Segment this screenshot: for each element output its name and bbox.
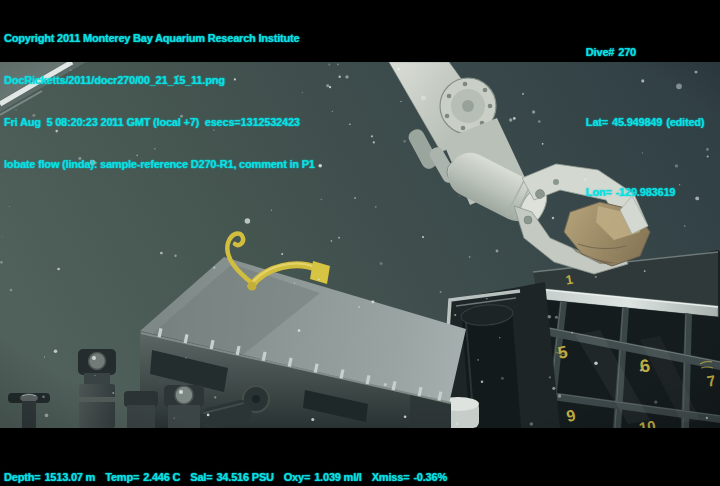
overlay-top-bar: Copyright 2011 Monterey Bay Aquarium Res…: [0, 0, 720, 62]
copyright-line: Copyright 2011 Monterey Bay Aquarium Res…: [4, 31, 315, 45]
transmissivity-reading: Xmiss=-0.36%: [372, 470, 447, 484]
rov-video-frame: 1 5 6 7 9 10: [0, 0, 720, 486]
annotation-line: lobate flow (linda): sample-reference D2…: [4, 157, 315, 171]
dive-number: Dive#270: [563, 31, 704, 73]
timestamp-line: Fri Aug 5 08:20:23 2011 GMT (local +7) e…: [4, 115, 315, 129]
oxygen-reading: Oxy=1.039 ml/l: [284, 470, 362, 484]
salinity-reading: Sal=34.516 PSU: [190, 470, 273, 484]
file-path-line: DocRicketts/2011/docr270/00_21_15_11.png: [4, 73, 315, 87]
overlay-top-right: Dive#270 Lat=45.949849(edited) Lon=-129.…: [563, 3, 704, 241]
depth-reading: Depth=1513.07 m: [4, 470, 95, 484]
longitude: Lon=-129.983619: [563, 171, 704, 213]
temperature-reading: Temp=2.446 C: [105, 470, 180, 484]
overlay-top-left: Copyright 2011 Monterey Bay Aquarium Res…: [4, 3, 315, 199]
overlay-bottom-bar: Depth=1513.07 m Temp=2.446 C Sal=34.516 …: [0, 428, 720, 486]
latitude: Lat=45.949849(edited): [563, 101, 704, 143]
telemetry-readings: Depth=1513.07 m Temp=2.446 C Sal=34.516 …: [4, 470, 457, 484]
